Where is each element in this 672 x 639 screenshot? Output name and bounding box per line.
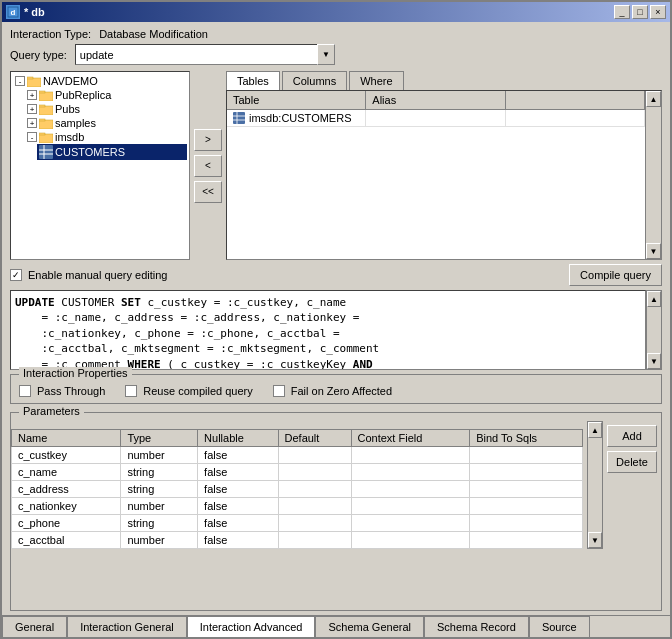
query-type-select[interactable]: update insert delete select — [75, 44, 335, 65]
tree-panel[interactable]: - NAVDEMO + PubReplica — [10, 71, 190, 260]
window-icon: d — [6, 5, 20, 19]
param-default-1 — [278, 464, 351, 481]
query-text-area[interactable]: UPDATE CUSTOMER SET c_custkey = :c_custk… — [10, 290, 646, 370]
tables-inner: Table Alias — [227, 91, 645, 259]
tree-item-samples[interactable]: + samples — [25, 116, 187, 130]
interaction-props-label: Interaction Properties — [19, 367, 132, 379]
fail-on-zero-checkbox[interactable] — [273, 385, 285, 397]
minimize-button[interactable]: _ — [614, 5, 630, 19]
param-header-type: Type — [121, 430, 198, 447]
query-type-dropdown-container: update insert delete select ▼ — [75, 44, 335, 65]
expand-pubs[interactable]: + — [27, 104, 37, 114]
tree-item-pubs[interactable]: + Pubs — [25, 102, 187, 116]
param-type-0: number — [121, 447, 198, 464]
param-bind-0 — [470, 447, 583, 464]
add-param-button[interactable]: Add — [607, 425, 657, 447]
pass-through-checkbox[interactable] — [19, 385, 31, 397]
bottom-tab-source[interactable]: Source — [529, 616, 590, 637]
param-header-bind: Bind To Sqls — [470, 430, 583, 447]
expand-pubreplica[interactable]: + — [27, 90, 37, 100]
folder-navdemo-icon — [27, 75, 41, 87]
close-button[interactable]: × — [650, 5, 666, 19]
expand-navdemo[interactable]: - — [15, 76, 25, 86]
svg-rect-6 — [39, 106, 53, 115]
param-row-1[interactable]: c_name string false — [12, 464, 583, 481]
add-table-button[interactable]: > — [194, 129, 222, 151]
expand-imsdb[interactable]: - — [27, 132, 37, 142]
param-row-5[interactable]: c_acctbal number false — [12, 532, 583, 549]
bottom-tab-schema-record[interactable]: Schema Record — [424, 616, 529, 637]
tree-label-customers: CUSTOMERS — [55, 146, 125, 158]
bottom-tab-general[interactable]: General — [2, 616, 67, 637]
scroll-down-button[interactable]: ▼ — [646, 243, 661, 259]
query-scrollbar: ▲ ▼ — [646, 290, 662, 370]
query-scroll-down[interactable]: ▼ — [647, 353, 661, 369]
manual-editing-checkbox[interactable]: ✓ — [10, 269, 22, 281]
scroll-up-button[interactable]: ▲ — [646, 91, 661, 107]
svg-rect-2 — [27, 78, 41, 87]
tree-item-pubreplica[interactable]: + PubReplica — [25, 88, 187, 102]
bottom-tab-interaction-advanced[interactable]: Interaction Advanced — [187, 616, 316, 637]
manual-editing-row: ✓ Enable manual query editing Compile qu… — [10, 264, 662, 286]
svg-rect-5 — [39, 91, 45, 93]
reuse-compiled-checkbox[interactable] — [125, 385, 137, 397]
tree-label-navdemo: NAVDEMO — [43, 75, 98, 87]
pass-through-label: Pass Through — [37, 385, 105, 397]
param-name-5: c_acctbal — [12, 532, 121, 549]
param-header-nullable: Nullable — [198, 430, 278, 447]
svg-rect-9 — [39, 119, 45, 121]
param-name-4: c_phone — [12, 515, 121, 532]
folder-samples-icon — [39, 117, 53, 129]
param-header-name: Name — [12, 430, 121, 447]
bottom-tab-schema-general[interactable]: Schema General — [315, 616, 424, 637]
tab-where[interactable]: Where — [349, 71, 403, 90]
param-context-5 — [351, 532, 470, 549]
query-type-row: Query type: update insert delete select … — [10, 44, 662, 65]
tables-content: Table Alias — [226, 90, 662, 260]
params-scroll-down[interactable]: ▼ — [588, 532, 602, 548]
tree-label-pubreplica: PubReplica — [55, 89, 111, 101]
cell-alias — [366, 110, 505, 126]
param-bind-5 — [470, 532, 583, 549]
scroll-track — [646, 107, 661, 243]
clear-tables-button[interactable]: << — [194, 181, 222, 203]
main-area: - NAVDEMO + PubReplica — [10, 71, 662, 260]
header-extra — [506, 91, 645, 109]
param-row-0[interactable]: c_custkey number false — [12, 447, 583, 464]
param-nullable-5: false — [198, 532, 278, 549]
bottom-tab-interaction-general[interactable]: Interaction General — [67, 616, 187, 637]
manual-editing-checkbox-row: ✓ Enable manual query editing — [10, 269, 167, 281]
delete-param-button[interactable]: Delete — [607, 451, 657, 473]
table-header-row: Table Alias — [227, 91, 645, 110]
tree-item-navdemo[interactable]: - NAVDEMO — [13, 74, 187, 88]
query-scroll-up[interactable]: ▲ — [647, 291, 661, 307]
param-context-3 — [351, 498, 470, 515]
svg-rect-16 — [233, 112, 245, 124]
tree-label-samples: samples — [55, 117, 96, 129]
param-row-2[interactable]: c_address string false — [12, 481, 583, 498]
tree-item-imsdb[interactable]: - imsdb — [25, 130, 187, 144]
param-type-1: string — [121, 464, 198, 481]
dropdown-arrow-icon[interactable]: ▼ — [317, 44, 335, 65]
param-row-4[interactable]: c_phone string false — [12, 515, 583, 532]
param-context-1 — [351, 464, 470, 481]
folder-pubreplica-icon — [39, 89, 53, 101]
expand-samples[interactable]: + — [27, 118, 37, 128]
svg-rect-10 — [39, 134, 53, 143]
bottom-tabs: General Interaction General Interaction … — [2, 615, 670, 637]
table-row[interactable]: imsdb:CUSTOMERS — [227, 110, 645, 127]
restore-button[interactable]: □ — [632, 5, 648, 19]
remove-table-button[interactable]: < — [194, 155, 222, 177]
interaction-type-row: Interaction Type: Database Modification — [10, 28, 662, 40]
tab-tables[interactable]: Tables — [226, 71, 280, 90]
param-nullable-3: false — [198, 498, 278, 515]
tree-item-customers[interactable]: CUSTOMERS — [37, 144, 187, 160]
tab-columns[interactable]: Columns — [282, 71, 347, 90]
param-name-1: c_name — [12, 464, 121, 481]
params-scroll-up[interactable]: ▲ — [588, 422, 602, 438]
parameters-group: Parameters Name Type Nullable Default Co… — [10, 412, 662, 611]
interaction-type-value: Database Modification — [99, 28, 208, 40]
compile-query-button[interactable]: Compile query — [569, 264, 662, 286]
param-row-3[interactable]: c_nationkey number false — [12, 498, 583, 515]
param-nullable-0: false — [198, 447, 278, 464]
